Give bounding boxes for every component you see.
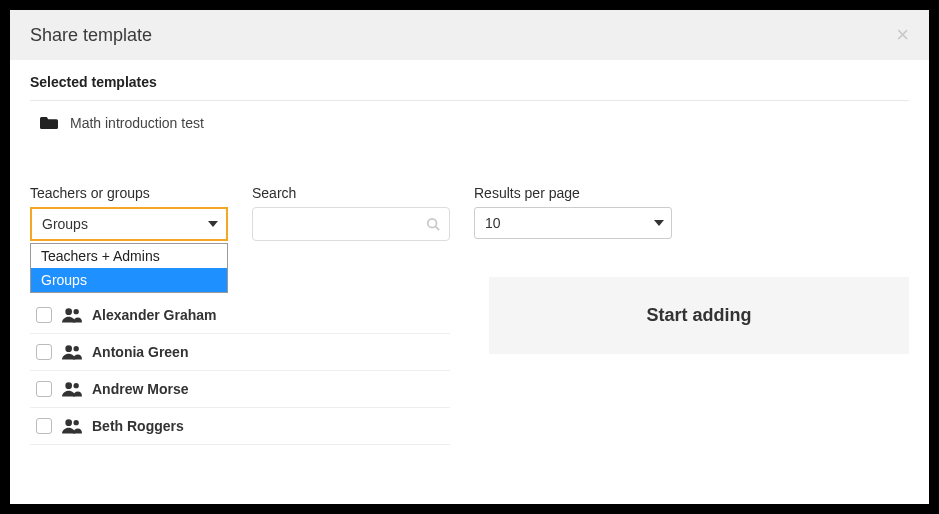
action-panel: Start adding	[474, 277, 909, 354]
svg-point-8	[65, 419, 72, 426]
search-input[interactable]	[252, 207, 450, 241]
person-name: Beth Roggers	[92, 418, 184, 434]
list-item[interactable]: Andrew Morse	[30, 371, 450, 408]
svg-point-3	[74, 309, 79, 314]
people-list: Alexander Graham Antonia Green Andrew Mo…	[30, 297, 450, 445]
filter-search: Search	[252, 185, 450, 241]
results-per-page-select-input[interactable]: 10	[474, 207, 672, 239]
people-icon	[62, 381, 82, 397]
folder-icon	[40, 115, 58, 131]
start-adding-button[interactable]: Start adding	[489, 277, 909, 354]
svg-point-9	[74, 420, 79, 425]
filter-teachers-groups: Teachers or groups Groups Teachers + Adm…	[30, 185, 228, 241]
people-icon	[62, 344, 82, 360]
dropdown-option-teachers-admins[interactable]: Teachers + Admins	[31, 244, 227, 268]
list-item[interactable]: Beth Roggers	[30, 408, 450, 445]
lower-row: Alexander Graham Antonia Green Andrew Mo…	[30, 277, 909, 445]
template-row: Math introduction test	[30, 111, 909, 137]
list-item[interactable]: Alexander Graham	[30, 297, 450, 334]
person-checkbox[interactable]	[36, 381, 52, 397]
template-name: Math introduction test	[70, 115, 204, 131]
person-checkbox[interactable]	[36, 307, 52, 323]
filter-label-search: Search	[252, 185, 450, 201]
people-icon	[62, 307, 82, 323]
selected-templates-heading: Selected templates	[30, 74, 909, 101]
modal-header: Share template ×	[10, 10, 929, 60]
filter-results-per-page: Results per page 10	[474, 185, 672, 241]
teachers-groups-dropdown[interactable]: Teachers + Admins Groups	[30, 243, 228, 293]
modal-title: Share template	[30, 25, 152, 46]
results-per-page-select[interactable]: 10	[474, 207, 672, 239]
filter-label-teachers-groups: Teachers or groups	[30, 185, 228, 201]
list-item[interactable]: Antonia Green	[30, 334, 450, 371]
person-checkbox[interactable]	[36, 344, 52, 360]
dropdown-option-groups[interactable]: Groups	[31, 268, 227, 292]
modal-body: Selected templates Math introduction tes…	[10, 60, 929, 459]
modal-frame: Share template × Selected templates Math…	[0, 0, 939, 514]
person-name: Andrew Morse	[92, 381, 188, 397]
svg-point-6	[65, 382, 72, 389]
svg-line-1	[436, 227, 440, 231]
svg-point-4	[65, 345, 72, 352]
svg-point-7	[74, 383, 79, 388]
person-checkbox[interactable]	[36, 418, 52, 434]
filters-row: Teachers or groups Groups Teachers + Adm…	[30, 185, 909, 241]
close-icon[interactable]: ×	[896, 24, 909, 46]
person-name: Antonia Green	[92, 344, 188, 360]
teachers-groups-select[interactable]: Groups Teachers + Admins Groups	[30, 207, 228, 241]
search-wrap	[252, 207, 450, 241]
filter-label-rpp: Results per page	[474, 185, 672, 201]
search-icon	[426, 217, 440, 231]
svg-point-0	[428, 219, 437, 228]
person-name: Alexander Graham	[92, 307, 217, 323]
svg-point-2	[65, 308, 72, 315]
svg-point-5	[74, 346, 79, 351]
teachers-groups-select-input[interactable]: Groups	[32, 209, 226, 239]
people-icon	[62, 418, 82, 434]
